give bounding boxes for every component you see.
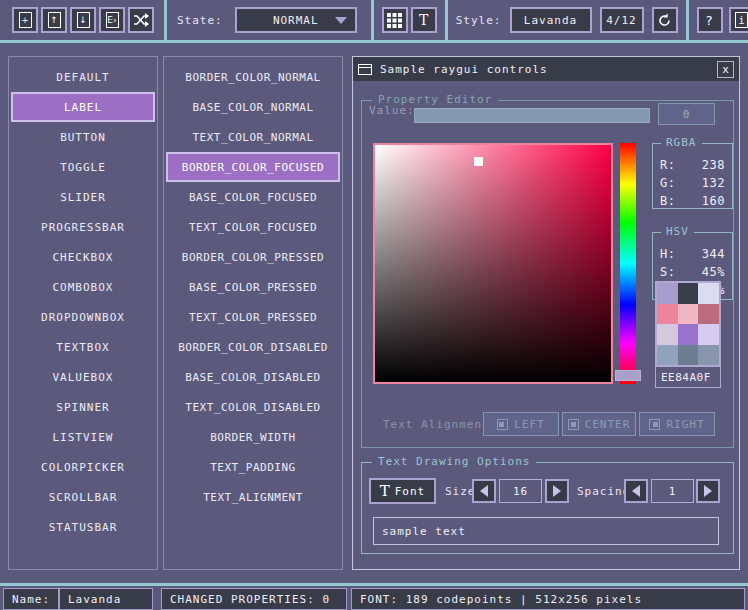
color-picker-panel[interactable] <box>373 143 613 384</box>
name-label: Name: <box>12 593 50 606</box>
font-info-text: FONT: 189 codepoints | 512x256 pixels <box>360 593 642 606</box>
palette-color-5[interactable] <box>698 304 719 325</box>
palette-color-9[interactable] <box>657 345 678 366</box>
align-right-button[interactable]: RIGHT <box>639 412 715 436</box>
font-info-status: FONT: 189 codepoints | 512x256 pixels <box>351 588 745 610</box>
palette-color-1[interactable] <box>678 283 699 304</box>
palette-color-0[interactable] <box>657 283 678 304</box>
control-item-listview[interactable]: LISTVIEW <box>11 422 155 452</box>
control-item-textbox[interactable]: TEXTBOX <box>11 332 155 362</box>
property-item-text_alignment[interactable]: TEXT_ALIGNMENT <box>166 482 340 512</box>
r-value: 238 <box>702 158 725 172</box>
control-item-spinner[interactable]: SPINNER <box>11 392 155 422</box>
font-button[interactable]: T Font <box>369 478 436 504</box>
open-file-icon: ↑ <box>48 12 61 28</box>
help-button[interactable]: ? <box>697 7 723 33</box>
property-item-text_color_focused[interactable]: TEXT_COLOR_FOCUSED <box>166 212 340 242</box>
hue-slider[interactable] <box>620 143 636 384</box>
shuffle-icon <box>133 13 149 27</box>
spacing-value-box[interactable]: 1 <box>651 479 694 503</box>
control-item-default[interactable]: DEFAULT <box>11 62 155 92</box>
g-value: 132 <box>702 176 725 190</box>
control-item-button[interactable]: BUTTON <box>11 122 155 152</box>
value-box-text: 0 <box>683 108 691 121</box>
hue-slider-handle[interactable] <box>615 370 641 381</box>
reload-style-button[interactable] <box>652 7 678 33</box>
palette-color-7[interactable] <box>678 324 699 345</box>
open-file-button[interactable]: ↑ <box>41 7 67 33</box>
palette-color-10[interactable] <box>678 345 699 366</box>
save-file-button[interactable]: ↓ <box>70 7 96 33</box>
style-name-box[interactable]: Lavanda <box>510 7 592 33</box>
property-item-base_color_disabled[interactable]: BASE_COLOR_DISABLED <box>166 362 340 392</box>
style-count-box: 4/12 <box>600 7 644 33</box>
spacing-decrease-button[interactable] <box>624 479 648 503</box>
control-item-colorpicker[interactable]: COLORPICKER <box>11 452 155 482</box>
control-item-statusbar[interactable]: STATUSBAR <box>11 512 155 542</box>
control-item-checkbox[interactable]: CHECKBOX <box>11 242 155 272</box>
state-dropdown[interactable]: NORMAL <box>235 7 357 33</box>
property-item-base_color_normal[interactable]: BASE_COLOR_NORMAL <box>166 92 340 122</box>
size-increase-button[interactable] <box>545 479 569 503</box>
property-item-border_width[interactable]: BORDER_WIDTH <box>166 422 340 452</box>
palette-color-11[interactable] <box>698 345 719 366</box>
control-item-valuebox[interactable]: VALUEBOX <box>11 362 155 392</box>
control-item-slider[interactable]: SLIDER <box>11 182 155 212</box>
control-item-dropdownbox[interactable]: DROPDOWNBOX <box>11 302 155 332</box>
control-item-scrollbar[interactable]: SCROLLBAR <box>11 482 155 512</box>
reload-icon <box>657 13 672 28</box>
grid-icon <box>387 13 402 28</box>
randomize-style-button[interactable] <box>128 7 154 33</box>
about-button[interactable]: i <box>729 7 748 33</box>
new-file-button[interactable]: + <box>12 7 38 33</box>
hsv-label: HSV <box>661 225 694 238</box>
align-center-icon <box>568 419 579 430</box>
property-item-border_color_focused[interactable]: BORDER_COLOR_FOCUSED <box>166 152 340 182</box>
property-item-base_color_pressed[interactable]: BASE_COLOR_PRESSED <box>166 272 340 302</box>
property-item-border_color_normal[interactable]: BORDER_COLOR_NORMAL <box>166 62 340 92</box>
color-picker-cursor[interactable] <box>474 157 483 166</box>
style-name-value: Lavanda <box>524 14 577 27</box>
palette-color-8[interactable] <box>698 324 719 345</box>
align-left-button[interactable]: LEFT <box>483 412 559 436</box>
hex-color-input[interactable]: EE84A0F <box>655 366 721 388</box>
property-item-text_color_normal[interactable]: TEXT_COLOR_NORMAL <box>166 122 340 152</box>
align-right-label: RIGHT <box>666 418 704 431</box>
font-atlas-button[interactable]: T <box>411 7 437 33</box>
size-value-box[interactable]: 16 <box>499 479 542 503</box>
control-item-combobox[interactable]: COMBOBOX <box>11 272 155 302</box>
property-item-text_padding[interactable]: TEXT_PADDING <box>166 452 340 482</box>
align-center-button[interactable]: CENTER <box>562 412 636 436</box>
palette-color-3[interactable] <box>657 304 678 325</box>
window-icon <box>358 64 372 75</box>
property-item-border_color_pressed[interactable]: BORDER_COLOR_PRESSED <box>166 242 340 272</box>
save-file-icon: ↓ <box>77 12 90 28</box>
controls-list-panel: DEFAULTLABELBUTTONTOGGLESLIDERPROGRESSBA… <box>8 56 158 570</box>
property-item-base_color_focused[interactable]: BASE_COLOR_FOCUSED <box>166 182 340 212</box>
value-box[interactable]: 0 <box>658 103 715 125</box>
spacing-value: 1 <box>669 485 677 498</box>
state-dropdown-value: NORMAL <box>273 14 319 27</box>
property-item-text_color_pressed[interactable]: TEXT_COLOR_PRESSED <box>166 302 340 332</box>
control-item-progressbar[interactable]: PROGRESSBAR <box>11 212 155 242</box>
style-name-input[interactable]: Lavanda <box>59 588 153 610</box>
export-file-button[interactable]: E› <box>99 7 125 33</box>
property-item-text_color_disabled[interactable]: TEXT_COLOR_DISABLED <box>166 392 340 422</box>
spacing-increase-button[interactable] <box>696 479 720 503</box>
value-slider[interactable] <box>414 108 650 123</box>
close-button[interactable]: x <box>717 61 734 78</box>
align-center-label: CENTER <box>585 418 631 431</box>
rguistyler-app: + ↑ ↓ E› State: NORMAL <box>0 0 748 610</box>
palette-color-2[interactable] <box>698 283 719 304</box>
property-item-border_color_disabled[interactable]: BORDER_COLOR_DISABLED <box>166 332 340 362</box>
sample-text-input[interactable]: sample text <box>373 517 719 545</box>
palette-color-4[interactable] <box>678 304 699 325</box>
control-item-label[interactable]: LABEL <box>11 92 155 122</box>
palette-color-6[interactable] <box>657 324 678 345</box>
window-titlebar[interactable]: Sample raygui controls x <box>353 57 739 81</box>
style-table-button[interactable] <box>382 7 408 33</box>
hex-color-value: EE84A0F <box>661 371 711 384</box>
size-decrease-button[interactable] <box>472 479 496 503</box>
style-label: Style: <box>456 14 502 27</box>
control-item-toggle[interactable]: TOGGLE <box>11 152 155 182</box>
